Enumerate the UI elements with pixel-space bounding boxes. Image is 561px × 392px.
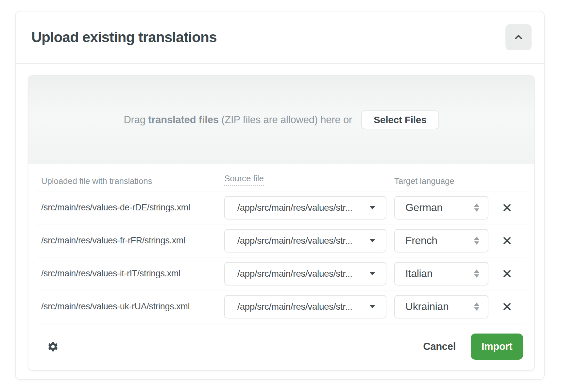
dialog-footer: Cancel Import bbox=[28, 323, 534, 370]
uploaded-file-path: /src/main/res/values-uk-rUA/strings.xml bbox=[37, 302, 224, 312]
table-header-row: Uploaded file with translations Source f… bbox=[37, 164, 526, 191]
source-file-dropdown[interactable]: /app/src/main/res/values/str... bbox=[224, 295, 386, 318]
target-language-value: Italian bbox=[405, 268, 433, 280]
source-file-value: /app/src/main/res/values/str... bbox=[237, 269, 352, 279]
target-language-select[interactable]: Ukrainian bbox=[394, 295, 488, 318]
target-language-value: Ukrainian bbox=[405, 301, 449, 313]
import-button[interactable]: Import bbox=[471, 334, 523, 360]
caret-up-down-icon bbox=[474, 302, 479, 311]
target-language-select[interactable]: German bbox=[394, 196, 488, 220]
upload-translations-dialog: Upload existing translations Drag transl… bbox=[15, 11, 545, 380]
remove-row-button[interactable] bbox=[500, 267, 514, 281]
collapse-button[interactable] bbox=[505, 24, 532, 50]
column-header-target-language: Target language bbox=[394, 176, 488, 186]
table-row: /src/main/res/values-fr-rFR/strings.xml … bbox=[37, 224, 526, 257]
caret-up-down-icon bbox=[474, 270, 479, 278]
remove-row-button[interactable] bbox=[500, 234, 514, 248]
target-language-value: French bbox=[405, 235, 437, 247]
close-icon bbox=[502, 302, 512, 312]
source-file-dropdown[interactable]: /app/src/main/res/values/str... bbox=[224, 262, 386, 286]
table-row: /src/main/res/values-it-rIT/strings.xml … bbox=[37, 257, 526, 290]
caret-down-icon bbox=[369, 239, 375, 242]
source-file-value: /app/src/main/res/values/str... bbox=[237, 236, 352, 246]
caret-down-icon bbox=[369, 272, 375, 275]
caret-up-down-icon bbox=[474, 204, 479, 212]
table-body: /src/main/res/values-de-rDE/strings.xml … bbox=[37, 191, 526, 323]
uploaded-file-path: /src/main/res/values-de-rDE/strings.xml bbox=[37, 203, 224, 213]
source-file-dropdown[interactable]: /app/src/main/res/values/str... bbox=[224, 229, 386, 253]
close-icon bbox=[502, 236, 512, 246]
caret-up-down-icon bbox=[474, 237, 479, 245]
source-file-value: /app/src/main/res/values/str... bbox=[237, 302, 352, 312]
select-files-button[interactable]: Select Files bbox=[361, 110, 439, 129]
cancel-button[interactable]: Cancel bbox=[423, 341, 456, 352]
source-file-dropdown[interactable]: /app/src/main/res/values/str... bbox=[224, 196, 386, 220]
uploaded-files-table: Uploaded file with translations Source f… bbox=[28, 164, 534, 323]
import-settings-button[interactable] bbox=[47, 341, 59, 352]
caret-down-icon bbox=[369, 206, 375, 209]
source-file-value: /app/src/main/res/values/str... bbox=[237, 203, 352, 213]
dialog-header: Upload existing translations bbox=[16, 11, 544, 64]
table-row: /src/main/res/values-uk-rUA/strings.xml … bbox=[37, 290, 526, 323]
uploaded-file-path: /src/main/res/values-it-rIT/strings.xml bbox=[37, 269, 224, 279]
uploaded-file-path: /src/main/res/values-fr-rFR/strings.xml bbox=[37, 236, 224, 246]
gear-icon bbox=[47, 341, 59, 352]
table-row: /src/main/res/values-de-rDE/strings.xml … bbox=[37, 191, 526, 224]
file-dropzone[interactable]: Drag translated files (ZIP files are all… bbox=[28, 76, 534, 164]
column-header-uploaded-file: Uploaded file with translations bbox=[37, 176, 224, 186]
chevron-up-icon bbox=[514, 32, 523, 42]
close-icon bbox=[502, 203, 512, 213]
upload-panel: Drag translated files (ZIP files are all… bbox=[28, 75, 535, 371]
dialog-title: Upload existing translations bbox=[31, 29, 217, 45]
caret-down-icon bbox=[369, 305, 375, 308]
target-language-select[interactable]: Italian bbox=[394, 262, 488, 286]
target-language-select[interactable]: French bbox=[394, 229, 488, 253]
target-language-value: German bbox=[405, 202, 443, 214]
remove-row-button[interactable] bbox=[500, 300, 514, 314]
column-header-source-file[interactable]: Source file bbox=[224, 173, 264, 186]
remove-row-button[interactable] bbox=[500, 201, 514, 215]
dropzone-instruction: Drag translated files (ZIP files are all… bbox=[124, 114, 352, 126]
close-icon bbox=[502, 269, 512, 279]
